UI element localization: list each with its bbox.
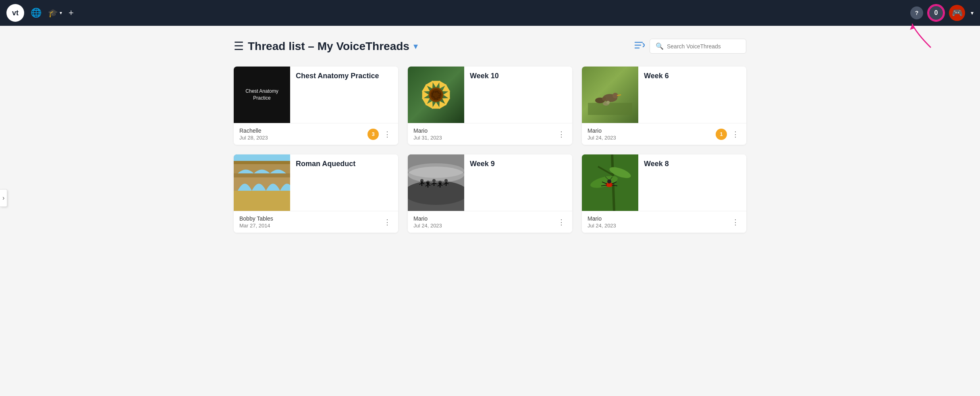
graduation-icon: 🎓	[48, 8, 58, 18]
search-input[interactable]	[667, 43, 740, 50]
more-options-button[interactable]: ⋮	[730, 216, 741, 228]
svg-point-36	[438, 92, 439, 94]
card-footer: Mario Jul 24, 2023 ⋮	[582, 211, 746, 233]
page-header: ☰ Thread list – My VoiceThreads ▾ 🔍	[234, 39, 746, 54]
card-date: Jul 24, 2023	[588, 223, 616, 229]
graduation-menu[interactable]: 🎓 ▾	[48, 8, 62, 18]
card-date: Jul 31, 2023	[413, 135, 442, 141]
svg-point-33	[436, 91, 437, 92]
voicethread-card[interactable]: Week 8 Mario Jul 24, 2023 ⋮	[582, 154, 746, 233]
add-button[interactable]: +	[69, 8, 74, 18]
card-actions: ⋮	[730, 216, 741, 228]
card-actions: 1 ⋮	[716, 128, 741, 140]
svg-marker-7	[432, 102, 440, 108]
card-actions: ⋮	[382, 216, 392, 228]
card-thumbnail	[582, 154, 638, 211]
search-box[interactable]: 🔍	[650, 39, 746, 54]
card-author: Mario	[413, 127, 442, 134]
header: vt 🌐 🎓 ▾ + ? 0 🎮 ▾	[0, 0, 980, 26]
card-actions: ⋮	[556, 216, 567, 228]
page-title: Thread list – My VoiceThreads	[248, 40, 409, 53]
voicethread-card[interactable]: Chest Anatomy Practice Chest Anatomy Pra…	[234, 67, 398, 145]
card-actions: 3 ⋮	[368, 128, 392, 140]
card-thumbnail	[582, 67, 638, 123]
card-author: Mario	[588, 215, 616, 222]
comment-badge: 1	[716, 129, 727, 140]
avatar-icon: 🎮	[952, 8, 963, 18]
sidebar-toggle[interactable]: ›	[0, 189, 7, 207]
search-icon: 🔍	[656, 42, 664, 50]
card-title: Chest Anatomy Practice	[296, 71, 392, 81]
card-meta: Rachelle Jul 28, 2023	[239, 127, 268, 141]
svg-point-83	[607, 179, 611, 183]
svg-point-26	[433, 96, 434, 97]
card-title: Week 8	[644, 159, 741, 169]
card-thumbnail: Chest Anatomy Practice	[234, 67, 290, 123]
card-date: Jul 24, 2023	[588, 135, 616, 141]
card-footer: Bobby Tables Mar 27, 2014 ⋮	[234, 211, 398, 233]
help-button[interactable]: ?	[910, 6, 923, 19]
svg-point-24	[434, 98, 435, 99]
svg-point-37	[439, 93, 440, 94]
svg-point-45	[606, 101, 610, 104]
card-author: Bobby Tables	[239, 215, 273, 222]
svg-marker-10	[422, 90, 429, 99]
svg-point-19	[438, 95, 440, 96]
card-thumbnail	[408, 67, 464, 123]
more-options-button[interactable]: ⋮	[556, 128, 567, 140]
card-footer: Mario Jul 24, 2023 ⋮	[408, 211, 572, 233]
thread-list-icon: ☰	[234, 40, 244, 53]
svg-point-22	[437, 98, 438, 100]
svg-marker-4	[443, 90, 450, 99]
voicethread-card[interactable]: Roman Aqueduct Bobby Tables Mar 27, 2014…	[234, 154, 398, 233]
card-title: Week 9	[470, 159, 567, 169]
voicethread-card[interactable]: Week 6 Mario Jul 24, 2023 1 ⋮	[582, 67, 746, 145]
title-dropdown-button[interactable]: ▾	[413, 41, 418, 52]
card-meta: Mario Jul 24, 2023	[588, 215, 616, 229]
svg-marker-0	[910, 24, 915, 30]
card-thumbnail	[408, 154, 464, 211]
svg-point-43	[602, 97, 606, 101]
card-footer: Mario Jul 24, 2023 1 ⋮	[582, 123, 746, 145]
more-options-button[interactable]: ⋮	[730, 128, 741, 140]
card-author: Rachelle	[239, 127, 268, 134]
account-chevron-icon[interactable]: ▾	[971, 10, 974, 16]
card-date: Jul 28, 2023	[239, 135, 268, 141]
svg-point-30	[432, 92, 434, 93]
header-right: ? 0 🎮 ▾	[910, 5, 974, 21]
svg-point-28	[432, 94, 433, 96]
logo[interactable]: vt	[6, 4, 24, 22]
card-author: Mario	[588, 127, 616, 134]
more-options-button[interactable]: ⋮	[382, 216, 392, 228]
card-footer: Rachelle Jul 28, 2023 3 ⋮	[234, 123, 398, 145]
sort-button[interactable]	[634, 41, 645, 52]
voicethread-card[interactable]: Week 9 Mario Jul 24, 2023 ⋮	[408, 154, 572, 233]
avatar-button[interactable]: 🎮	[949, 5, 965, 21]
svg-point-23	[436, 98, 437, 99]
more-options-button[interactable]: ⋮	[382, 128, 392, 140]
card-thumbnail	[234, 154, 290, 211]
svg-point-76	[408, 163, 464, 178]
card-footer: Mario Jul 31, 2023 ⋮	[408, 123, 572, 145]
card-date: Jul 24, 2023	[413, 223, 442, 229]
card-title: Roman Aqueduct	[296, 159, 392, 169]
svg-point-54	[408, 181, 464, 205]
card-date: Mar 27, 2014	[239, 223, 273, 229]
svg-point-21	[437, 97, 438, 98]
main-content: ☰ Thread list – My VoiceThreads ▾ 🔍 Ches…	[208, 26, 772, 246]
svg-marker-13	[432, 81, 440, 88]
card-meta: Mario Jul 31, 2023	[413, 127, 442, 141]
page-title-area: ☰ Thread list – My VoiceThreads ▾	[234, 40, 629, 53]
voicethread-card[interactable]: Week 10 Mario Jul 31, 2023 ⋮	[408, 67, 572, 145]
more-options-button[interactable]: ⋮	[556, 216, 567, 228]
svg-rect-38	[588, 103, 632, 115]
svg-rect-51	[234, 161, 290, 164]
svg-point-20	[439, 97, 440, 98]
card-meta: Mario Jul 24, 2023	[588, 127, 616, 141]
voicethread-grid: Chest Anatomy Practice Chest Anatomy Pra…	[234, 67, 746, 233]
notification-button[interactable]: 0	[928, 5, 944, 21]
annotation-arrow	[904, 21, 936, 49]
svg-point-31	[433, 91, 434, 92]
globe-button[interactable]: 🌐	[31, 8, 42, 18]
svg-point-18	[440, 94, 441, 96]
